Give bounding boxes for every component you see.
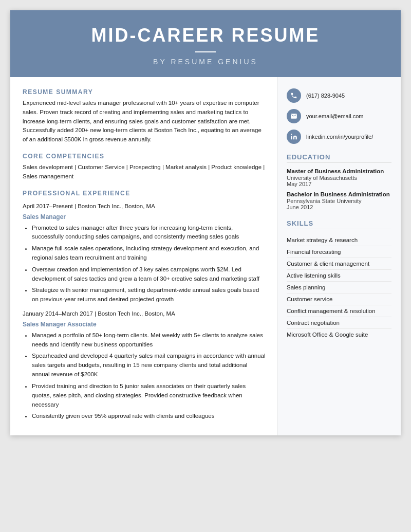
email-svg (290, 113, 297, 120)
list-item: Consistently given over 95% approval rat… (32, 412, 266, 421)
left-column: RESUME SUMMARY Experienced mid-level sal… (10, 77, 277, 435)
resume-header: MID-CAREER RESUME BY RESUME GENIUS (10, 10, 401, 77)
competencies-title: CORE COMPETENCIES (23, 153, 266, 160)
job-1-date-place: April 2017–Present | Boston Tech Inc., B… (23, 202, 266, 211)
resume-title: MID-CAREER RESUME (21, 25, 390, 46)
edu-1-school-name: University of Massachusetts (287, 175, 357, 181)
contact-phone: (617) 828-9045 (287, 88, 391, 103)
email-text: your.email@email.com (306, 113, 363, 119)
right-column: (617) 828-9045 your.email@email.com link… (277, 77, 401, 435)
skill-item: Sales planning (287, 282, 391, 293)
list-item: Strategize with senior management, setti… (32, 286, 266, 304)
skill-item: Microsoft Office & Google suite (287, 329, 391, 340)
list-item: Oversaw creation and implementation of 3… (32, 265, 266, 284)
skills-title: SKILLS (287, 219, 391, 229)
job-1-bullets: Promoted to sales manager after three ye… (23, 224, 266, 305)
skill-item: Conflict management & resolution (287, 305, 391, 317)
job-2-date-place: January 2014–March 2017 | Boston Tech In… (23, 309, 266, 319)
list-item: Promoted to sales manager after three ye… (32, 224, 266, 242)
linkedin-text: linkedin.com/in/yourprofile/ (306, 134, 373, 140)
skill-item: Market strategy & research (287, 234, 391, 246)
edu-2-degree: Bachelor in Business Administration (287, 191, 391, 197)
list-item: Spearheaded and developed 4 quarterly sa… (32, 352, 266, 379)
header-divider (195, 51, 216, 52)
linkedin-icon (287, 130, 301, 144)
skill-item: Contract negotiation (287, 317, 391, 329)
skill-item: Active listening skills (287, 270, 391, 282)
education-item-2: Bachelor in Business Administration Penn… (287, 191, 391, 210)
edu-1-degree: Master of Business Administration (287, 168, 391, 174)
edu-2-date: June 2012 (287, 204, 313, 210)
job-2-bullets: Managed a portfolio of 50+ long-term cli… (23, 331, 266, 421)
resume-summary-title: RESUME SUMMARY (23, 88, 266, 96)
edu-1-school: University of Massachusetts May 2017 (287, 175, 391, 187)
job-1-title: Sales Manager (23, 213, 266, 221)
resume-body: RESUME SUMMARY Experienced mid-level sal… (10, 77, 401, 435)
skill-item: Customer & client management (287, 258, 391, 270)
education-item-1: Master of Business Administration Univer… (287, 168, 391, 187)
phone-text: (617) 828-9045 (306, 93, 345, 99)
contact-email: your.email@email.com (287, 109, 391, 123)
email-icon (287, 109, 301, 123)
resume-summary-text: Experienced mid-level sales manager prof… (23, 99, 266, 144)
list-item: Provided training and direction to 5 jun… (32, 382, 266, 409)
skill-item: Customer service (287, 293, 391, 305)
edu-2-school: Pennsylvania State University June 2012 (287, 198, 391, 210)
edu-1-date: May 2017 (287, 181, 311, 187)
skill-item: Financial forecasting (287, 246, 391, 258)
experience-title: PROFESSIONAL EXPERIENCE (23, 190, 266, 197)
competencies-text: Sales development | Customer Service | P… (23, 163, 266, 181)
list-item: Managed a portfolio of 50+ long-term cli… (32, 331, 266, 350)
job-2-title: Sales Manager Associate (23, 321, 266, 328)
list-item: Manage full-scale sales operations, incl… (32, 244, 266, 263)
phone-icon (287, 88, 301, 103)
resume-subtitle: BY RESUME GENIUS (21, 58, 390, 66)
linkedin-svg (290, 133, 297, 140)
phone-svg (290, 92, 297, 99)
education-title: EDUCATION (287, 153, 391, 163)
edu-2-school-name: Pennsylvania State University (287, 198, 362, 204)
contact-linkedin: linkedin.com/in/yourprofile/ (287, 130, 391, 144)
resume-document: MID-CAREER RESUME BY RESUME GENIUS RESUM… (10, 10, 401, 435)
